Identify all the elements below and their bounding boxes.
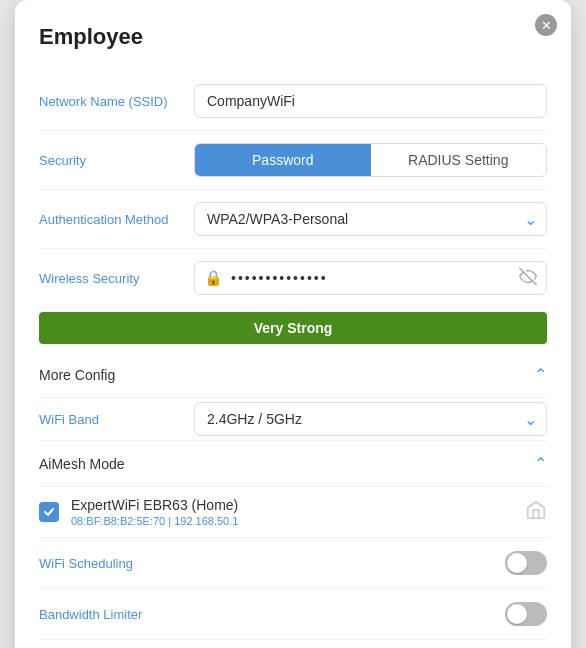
wireless-security-label: Wireless Security	[39, 271, 194, 286]
security-row: Security Password RADIUS Setting	[39, 131, 547, 190]
wifi-band-row: WiFi Band 2.4GHz / 5GHz ⌄	[39, 398, 547, 441]
wifi-band-label: WiFi Band	[39, 412, 194, 427]
employee-modal: ✕ Employee Network Name (SSID) Security …	[15, 0, 571, 648]
bandwidth-limiter-toggle[interactable]	[505, 602, 547, 626]
bandwidth-limiter-thumb	[507, 604, 527, 624]
network-name-input[interactable]	[194, 84, 547, 118]
bandwidth-limiter-row: Bandwidth Limiter	[39, 589, 547, 640]
wireless-security-row: Wireless Security 🔒	[39, 249, 547, 308]
password-wrapper: 🔒	[194, 261, 547, 295]
close-button[interactable]: ✕	[535, 14, 557, 36]
auth-method-label: Authentication Method	[39, 212, 194, 227]
more-config-label: More Config	[39, 367, 115, 383]
aimesh-mode-header[interactable]: AiMesh Mode ⌃	[39, 441, 547, 487]
wifi-scheduling-row: WiFi Scheduling	[39, 538, 547, 589]
wifi-band-select[interactable]: 2.4GHz / 5GHz	[194, 402, 547, 436]
auth-method-control: WPA2/WPA3-Personal ⌄	[194, 202, 547, 236]
password-tab[interactable]: Password	[195, 144, 371, 176]
modal-title: Employee	[39, 24, 547, 50]
wifi-scheduling-label: WiFi Scheduling	[39, 556, 133, 571]
aimesh-device-name: ExpertWiFi EBR63 (Home)	[71, 497, 525, 513]
auth-method-row: Authentication Method WPA2/WPA3-Personal…	[39, 190, 547, 249]
auth-method-select[interactable]: WPA2/WPA3-Personal	[194, 202, 547, 236]
more-config-header[interactable]: More Config ⌃	[39, 352, 547, 398]
wifi-band-control: 2.4GHz / 5GHz ⌄	[194, 402, 547, 436]
security-label: Security	[39, 153, 194, 168]
eye-slash-icon[interactable]	[519, 268, 537, 289]
aimesh-device-info: ExpertWiFi EBR63 (Home) 08:BF:B8:B2:5E:7…	[71, 497, 525, 527]
wireless-security-control: 🔒	[194, 261, 547, 295]
wifi-scheduling-toggle[interactable]	[505, 551, 547, 575]
wireless-password-input[interactable]	[194, 261, 547, 295]
more-config-chevron-icon: ⌃	[534, 365, 547, 384]
lock-icon: 🔒	[204, 269, 223, 287]
radius-tab[interactable]: RADIUS Setting	[371, 144, 547, 176]
aimesh-device-row: ExpertWiFi EBR63 (Home) 08:BF:B8:B2:5E:7…	[39, 487, 547, 538]
wifi-scheduling-thumb	[507, 553, 527, 573]
network-name-control	[194, 84, 547, 118]
close-icon: ✕	[541, 19, 552, 32]
access-intranet-row: Access Intranet	[39, 640, 547, 648]
bandwidth-limiter-label: Bandwidth Limiter	[39, 607, 142, 622]
wifi-band-select-wrapper: 2.4GHz / 5GHz ⌄	[194, 402, 547, 436]
aimesh-chevron-icon: ⌃	[534, 454, 547, 473]
password-strength-bar: Very Strong	[39, 312, 547, 344]
strength-label: Very Strong	[254, 320, 333, 336]
network-name-label: Network Name (SSID)	[39, 94, 194, 109]
aimesh-mode-label: AiMesh Mode	[39, 456, 125, 472]
aimesh-checkbox[interactable]	[39, 502, 59, 522]
security-segmented: Password RADIUS Setting	[194, 143, 547, 177]
auth-method-select-wrapper: WPA2/WPA3-Personal ⌄	[194, 202, 547, 236]
home-icon	[525, 499, 547, 526]
security-control: Password RADIUS Setting	[194, 143, 547, 177]
network-name-row: Network Name (SSID)	[39, 72, 547, 131]
aimesh-device-sub: 08:BF:B8:B2:5E:70 | 192.168.50.1	[71, 515, 525, 527]
